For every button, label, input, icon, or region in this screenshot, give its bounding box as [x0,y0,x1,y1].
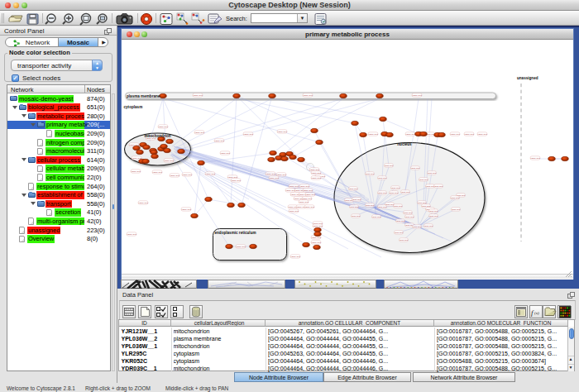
svg-text:YDR0 39C: YDR0 39C [385,165,394,166]
svg-text:YDR0 39C: YDR0 39C [378,206,387,208]
svg-text:YDR0 39C: YDR0 39C [194,131,204,134]
svg-text:YDR0 39C: YDR0 39C [302,198,312,200]
svg-text:YDR0 39C: YDR0 39C [352,198,361,200]
svg-text:endoplasmic reticulum: endoplasmic reticulum [215,231,256,235]
svg-text:YDR0 39C: YDR0 39C [182,174,192,176]
svg-text:YDR0 39C: YDR0 39C [372,216,381,218]
svg-text:unassigned: unassigned [517,76,538,80]
svg-text:YDR0 39C: YDR0 39C [303,94,313,97]
svg-text:YDR0 39C: YDR0 39C [243,133,253,136]
svg-text:YDR0 39C: YDR0 39C [231,179,241,182]
svg-text:YDR0 39C: YDR0 39C [170,174,179,177]
svg-text:YDR0 39C: YDR0 39C [413,226,422,227]
svg-text:YDR0 39C: YDR0 39C [352,215,361,217]
svg-text:YDR0 39C: YDR0 39C [477,133,487,136]
svg-text:YDR0 39C: YDR0 39C [304,206,314,208]
svg-text:YDR0 39C: YDR0 39C [378,177,387,179]
svg-text:YDR0 39C: YDR0 39C [350,206,359,208]
svg-text:cytoplasm: cytoplasm [124,105,143,109]
svg-text:YDR0 39C: YDR0 39C [227,176,237,179]
svg-text:YDR0 39C: YDR0 39C [464,133,474,136]
svg-text:YDR0 39C: YDR0 39C [396,220,405,222]
svg-text:YDR0 39C: YDR0 39C [429,215,438,217]
svg-text:YDR0 39C: YDR0 39C [276,174,286,176]
svg-text:YDR0 39C: YDR0 39C [303,189,313,192]
svg-text:YDR0 39C: YDR0 39C [434,185,443,187]
svg-text:YDR0 39C: YDR0 39C [411,167,420,169]
svg-text:YDR0 39C: YDR0 39C [152,171,162,174]
svg-text:YDR0 39C: YDR0 39C [220,152,230,155]
svg-text:YDR0 39C: YDR0 39C [424,225,433,227]
svg-text:YDR0 39C: YDR0 39C [429,210,438,212]
svg-text:YDR0 39C: YDR0 39C [452,208,461,210]
svg-text:YDR0 39C: YDR0 39C [428,172,437,174]
svg-text:YDR0 39C: YDR0 39C [138,202,148,204]
svg-text:YDR0 39C: YDR0 39C [277,131,287,133]
svg-text:YDR0 39C: YDR0 39C [418,202,427,203]
svg-text:YDR0 39C: YDR0 39C [405,133,415,136]
svg-text:YDR0 39C: YDR0 39C [378,192,387,194]
svg-text:YDR0 39C: YDR0 39C [266,173,275,175]
svg-text:YDR0 39C: YDR0 39C [457,194,466,196]
svg-text:YDR0 39C: YDR0 39C [131,170,141,173]
svg-text:YDR0 39C: YDR0 39C [305,194,315,196]
svg-text:YDR0 39C: YDR0 39C [401,191,410,193]
svg-text:YDR0 39C: YDR0 39C [391,187,400,189]
svg-text:YDR0 39C: YDR0 39C [309,169,319,171]
svg-text:YDR0 39C: YDR0 39C [181,208,191,211]
svg-text:YDR0 39C: YDR0 39C [311,241,321,244]
svg-text:YDR0 39C: YDR0 39C [451,197,460,198]
svg-text:YDR0 39C: YDR0 39C [395,232,404,233]
svg-text:YDR0 39C: YDR0 39C [289,185,299,188]
svg-text:YDR0 39C: YDR0 39C [405,216,414,218]
svg-text:YDR0 39C: YDR0 39C [404,212,413,213]
svg-text:YDR0 39C: YDR0 39C [236,246,246,248]
svg-text:YDR0 39C: YDR0 39C [299,185,309,188]
svg-text:YDR0 39C: YDR0 39C [289,210,299,213]
svg-text:YDR0 39C: YDR0 39C [290,256,300,258]
svg-text:(x): (x) [534,311,539,315]
svg-text:YDR0 39C: YDR0 39C [205,173,215,175]
svg-text:YDR0 39C: YDR0 39C [366,204,375,206]
svg-text:YDR0 39C: YDR0 39C [400,239,409,241]
svg-text:YDR0 39C: YDR0 39C [311,172,321,174]
svg-text:YDR0 39C: YDR0 39C [269,177,279,179]
svg-text:YDR0 39C: YDR0 39C [366,173,375,174]
svg-text:YDR0 39C: YDR0 39C [311,177,321,179]
svg-text:YDR0 39C: YDR0 39C [422,205,431,207]
svg-text:YDR0 39C: YDR0 39C [299,201,309,203]
svg-text:YDR0 39C: YDR0 39C [394,205,403,207]
svg-text:YDR0 39C: YDR0 39C [214,140,224,142]
svg-text:YDR0 39C: YDR0 39C [158,126,168,128]
svg-text:YDR0 39C: YDR0 39C [164,160,174,162]
svg-text:YDR0 39C: YDR0 39C [368,133,378,136]
svg-text:YDR0 39C: YDR0 39C [530,157,540,160]
svg-text:mitochondrion: mitochondrion [144,134,170,138]
svg-text:YDR0 39C: YDR0 39C [419,179,428,180]
svg-text:nucleus: nucleus [397,142,412,146]
svg-text:YDR0 39C: YDR0 39C [127,233,136,236]
svg-text:YDR0 39C: YDR0 39C [311,237,321,239]
svg-text:YDR0 39C: YDR0 39C [450,133,460,136]
svg-text:YDR0 39C: YDR0 39C [412,94,422,97]
svg-text:YDR0 39C: YDR0 39C [193,94,203,97]
svg-text:plasma membrane: plasma membrane [127,94,160,98]
svg-text:YDR0 39C: YDR0 39C [313,225,323,227]
svg-text:YDR0 39C: YDR0 39C [349,188,358,189]
svg-text:YDR0 39C: YDR0 39C [390,192,399,194]
